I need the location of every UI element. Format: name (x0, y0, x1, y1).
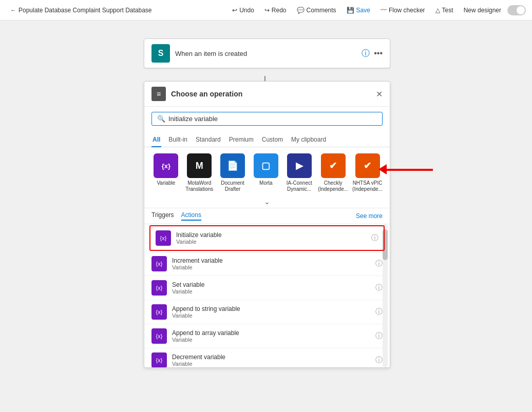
save-icon: 💾 (347, 7, 354, 14)
comments-icon: 💬 (297, 7, 305, 14)
icon-item-nhtsa[interactable]: ✔NHTSA vPIC (Independe... (352, 153, 383, 192)
list-item[interactable]: {x}Append to array variableVariableⓘ (144, 324, 390, 348)
icon-item-checkly[interactable]: ✔Checkly (Independe... (318, 153, 348, 192)
tab-custom[interactable]: Custom (261, 133, 284, 147)
action-name: Initialize variable (176, 231, 366, 239)
icon-label-iaconnect: IA-Connect Dynamic... (284, 180, 314, 192)
toolbar: ← Populate Database Complaint Support Da… (0, 0, 532, 21)
icon-item-iaconnect[interactable]: ▶IA-Connect Dynamic... (284, 153, 314, 192)
action-info-icon[interactable]: ⓘ (375, 307, 383, 317)
trigger-icon: S (151, 44, 170, 63)
action-info-icon[interactable]: ⓘ (375, 259, 383, 268)
action-name: Append to array variable (172, 329, 370, 337)
section-header: Triggers Actions See more (144, 208, 390, 224)
tab-premium[interactable]: Premium (228, 133, 255, 147)
icon-label-document: Document Drafter (218, 180, 248, 192)
toggle-knob (517, 6, 525, 14)
action-name: Decrement variable (172, 354, 370, 361)
action-sub: Variable (172, 312, 370, 319)
action-icon: {x} (151, 256, 167, 271)
panel-close-button[interactable]: ✕ (376, 89, 383, 99)
list-item[interactable]: {x}Append to string variableVariableⓘ (144, 300, 390, 324)
action-icon: {x} (156, 230, 171, 246)
action-icon: {x} (151, 352, 167, 367)
new-designer-toggle[interactable] (507, 5, 526, 15)
flow-checker-button[interactable]: 〰 Flow checker (376, 5, 429, 16)
icon-item-motaword[interactable]: MMotaWord Translations (185, 153, 214, 192)
action-text-block: Increment variableVariable (172, 257, 370, 270)
tab-standard[interactable]: Standard (195, 133, 222, 147)
action-sub: Variable (172, 361, 370, 367)
icon-box-variable: {x} (154, 153, 178, 178)
redo-button[interactable]: ↪ Redo (260, 5, 291, 16)
icon-label-motaword: MotaWord Translations (185, 180, 214, 192)
list-item[interactable]: {x}Decrement variableVariableⓘ (144, 348, 390, 367)
operation-panel: ≡ Choose an operation ✕ 🔍 All Built-in S… (144, 81, 390, 368)
arrow-body (387, 169, 433, 171)
search-input[interactable] (168, 115, 377, 123)
action-name: Set variable (172, 281, 370, 288)
icon-item-morta[interactable]: ▢Morta (251, 153, 280, 192)
new-designer-button[interactable]: New designer (460, 5, 505, 16)
tab-triggers[interactable]: Triggers (151, 211, 174, 221)
icon-box-iaconnect: ▶ (287, 153, 312, 178)
action-sub: Variable (176, 239, 366, 245)
list-item[interactable]: {x}Initialize variableVariableⓘ (149, 225, 385, 251)
filter-tabs: All Built-in Standard Premium Custom My … (144, 131, 390, 147)
panel-header: ≡ Choose an operation ✕ (144, 82, 390, 107)
test-button[interactable]: △ Test (431, 5, 458, 16)
trigger-more-icon[interactable]: ••• (374, 49, 383, 58)
action-icon: {x} (151, 304, 167, 320)
section-tabs: Triggers Actions (151, 211, 201, 221)
list-item[interactable]: {x}Increment variableVariableⓘ (144, 252, 390, 276)
action-text-block: Append to array variableVariable (172, 329, 370, 343)
tab-clipboard[interactable]: My clipboard (290, 133, 327, 147)
action-info-icon[interactable]: ⓘ (375, 356, 383, 365)
list-item[interactable]: {x}Set variableVariableⓘ (144, 276, 390, 300)
icon-label-nhtsa: NHTSA vPIC (Independe... (352, 180, 383, 192)
action-info-icon[interactable]: ⓘ (375, 331, 383, 341)
icon-grid: {x}VariableMMotaWord Translations📄Docume… (144, 147, 390, 195)
save-button[interactable]: 💾 Save (343, 5, 374, 16)
back-button[interactable]: ← Populate Database Complaint Support Da… (6, 5, 156, 16)
action-info-icon[interactable]: ⓘ (375, 283, 383, 292)
tab-actions[interactable]: Actions (181, 211, 201, 221)
panel-title: Choose an operation (171, 90, 371, 98)
collapse-row[interactable]: ⌄ (144, 195, 390, 208)
panel-header-icon: ≡ (151, 87, 166, 101)
undo-icon: ↩ (232, 7, 237, 14)
icon-box-document: 📄 (220, 153, 245, 178)
trigger-label: When an item is created (175, 50, 356, 57)
action-sub: Variable (172, 288, 370, 295)
trigger-card[interactable]: S When an item is created ⓘ ••• (144, 38, 390, 68)
icon-box-checkly: ✔ (321, 153, 346, 178)
tab-all[interactable]: All (151, 133, 161, 147)
tab-builtin[interactable]: Built-in (167, 133, 188, 147)
search-container: 🔍 (151, 112, 383, 126)
undo-button[interactable]: ↩ Undo (228, 5, 258, 16)
action-icon: {x} (151, 328, 167, 344)
comments-button[interactable]: 💬 Comments (293, 5, 340, 16)
test-icon: △ (435, 7, 440, 14)
redo-icon: ↪ (264, 7, 270, 14)
action-list: {x}Initialize variableVariableⓘ{x}Increm… (144, 224, 390, 367)
back-icon: ← (10, 7, 16, 14)
icon-label-morta: Morta (259, 180, 273, 186)
action-name: Append to string variable (172, 305, 370, 312)
flow-checker-icon: 〰 (381, 7, 387, 14)
icon-item-variable[interactable]: {x}Variable (151, 153, 181, 192)
see-more-link[interactable]: See more (356, 212, 383, 220)
icon-box-morta: ▢ (254, 153, 278, 178)
action-name: Increment variable (172, 257, 370, 264)
icon-box-nhtsa: ✔ (355, 153, 380, 178)
icon-box-motaword: M (187, 153, 212, 178)
action-text-block: Decrement variableVariable (172, 354, 370, 367)
trigger-info-icon[interactable]: ⓘ (362, 48, 370, 59)
icon-item-document[interactable]: 📄Document Drafter (218, 153, 248, 192)
page-title: Populate Database Complaint Support Data… (18, 7, 152, 14)
action-sub: Variable (172, 264, 370, 270)
action-text-block: Set variableVariable (172, 281, 370, 295)
action-text-block: Initialize variableVariable (176, 231, 366, 245)
action-info-icon[interactable]: ⓘ (371, 233, 378, 243)
flow-canvas: S When an item is created ⓘ ••• ≡ Choose… (0, 21, 532, 412)
